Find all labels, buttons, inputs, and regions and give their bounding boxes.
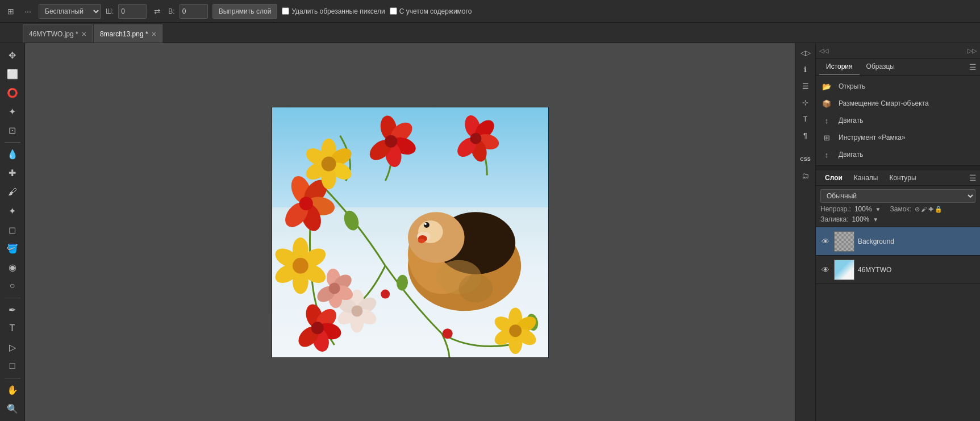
layer-background-visibility[interactable]: 👁 [820,236,831,247]
layers-tab-bar: Слои Каналы Контуры ☰ [816,170,980,186]
delete-pixels-label: Удалить обрезанные пиксели [291,7,385,15]
panel-collapse-right-btn[interactable]: ▷▷ [968,47,977,55]
history-panel-icon[interactable]: ☰ [798,78,813,93]
history-item-place-label: Размещение Смарт-объекта [839,99,929,107]
content-aware-checkbox[interactable] [390,7,397,15]
brush-tool[interactable]: 🖌 [3,183,22,201]
history-tab[interactable]: История [819,59,860,75]
more-options-icon[interactable]: ··· [22,5,34,18]
opacity-row: Непрозр.: 100% ▼ Замок: ⊘ 🖌 ✚ 🔒 [820,205,975,213]
lock-all-icon[interactable]: 🔒 [935,206,943,213]
history-item-place[interactable]: 📦 Размещение Смарт-объекта [816,95,980,112]
workspace-icon[interactable]: ⊞ [5,5,17,18]
svg-point-71 [423,222,429,228]
history-item-move1-label: Двигать [839,116,863,124]
layer-item-background[interactable]: 👁 Background [816,227,980,256]
lasso-tool[interactable]: ⭕ [3,84,22,102]
path-tool[interactable]: ▷ [3,339,22,356]
blur-tool[interactable]: ◉ [3,259,22,276]
opacity-arrow[interactable]: ▼ [875,206,881,212]
type-tool[interactable]: T [3,320,22,337]
layers-tab[interactable]: Слои [819,170,848,185]
marquee-tool[interactable]: ⬜ [3,65,22,83]
tab-46mytwo-close[interactable]: × [82,30,86,38]
blend-mode-select[interactable]: Обычный [820,189,975,203]
layers-icon[interactable]: 🗂 [798,168,813,183]
width-label: Ш: [106,7,114,15]
tool-preset-select[interactable]: Бесплатный [39,4,101,19]
mid-panel-col: ◁▷ ℹ ☰ ⊹ T ¶ CSS 🗂 [795,43,815,421]
svg-point-4 [395,274,408,291]
crop-tool[interactable]: ⊡ [3,122,22,139]
fill-value: 100% [852,215,870,223]
clone-tool[interactable]: ✦ [3,202,22,219]
fill-arrow[interactable]: ▼ [873,216,878,223]
main-area: ✥ ⬜ ⭕ ✦ ⊡ 💧 ✚ 🖌 ✦ ◻ 🪣 ◉ ○ ✒ T ▷ □ ✋ 🔍 [0,43,980,421]
tab-8march13-label: 8march13.png * [100,30,148,38]
lock-icons: ⊘ 🖌 ✚ 🔒 [915,206,943,213]
paragraph-icon[interactable]: ¶ [798,128,813,143]
move1-icon: ↕ [820,114,833,127]
lock-paint-icon[interactable]: 🖌 [921,206,927,212]
width-input[interactable] [118,4,147,19]
svg-point-58 [311,322,323,334]
hand-tool[interactable]: ✋ [3,381,22,399]
magic-wand-tool[interactable]: ✦ [3,103,22,120]
move-tool[interactable]: ✥ [3,47,22,64]
svg-point-26 [321,156,336,171]
svg-point-45 [509,324,522,337]
panel-collapse-left-icon[interactable]: ◁▷ [798,45,813,60]
svg-point-6 [381,289,390,298]
zoom-tool[interactable]: 🔍 [3,400,22,418]
history-item-open-label: Открыть [839,82,865,90]
history-panel-menu-icon[interactable]: ☰ [969,62,977,72]
frame-icon: ⊞ [820,131,833,144]
layer-46mytwo-visibility[interactable]: 👁 [820,265,831,275]
pen-tool[interactable]: ✒ [3,301,22,319]
fill-tool[interactable]: 🪣 [3,240,22,257]
tab-8march13-close[interactable]: × [152,30,156,38]
dodge-tool[interactable]: ○ [3,277,22,295]
type-icon[interactable]: T [798,111,813,126]
delete-pixels-checkbox[interactable] [282,7,289,15]
height-input[interactable] [180,4,208,19]
height-label: В: [168,7,174,15]
history-item-frame[interactable]: ⊞ Инструмент «Рамка» [816,129,980,146]
panel-collapse-left-btn[interactable]: ◁◁ [819,47,828,55]
svg-point-52 [351,305,362,316]
obrazcy-tab[interactable]: Образцы [860,59,902,75]
svg-point-77 [458,274,493,302]
toolbar-sep-2 [5,298,20,298]
svg-point-32 [385,135,397,147]
fill-row: Заливка: 100% ▼ [820,215,975,223]
content-aware-label: С учетом содержимого [399,7,472,15]
tab-8march13[interactable]: 8march13.png * × [94,24,162,43]
layers-panel-menu-icon[interactable]: ☰ [969,173,977,182]
history-tab-bar: История Образцы ☰ [816,59,980,76]
lock-position-icon[interactable]: ✚ [928,206,933,213]
info-icon[interactable]: ℹ [798,62,813,77]
paths-tab[interactable]: Контуры [883,170,921,185]
panel-top: ◁◁ ▷▷ [816,43,980,59]
eraser-tool[interactable]: ◻ [3,221,22,239]
history-item-move1[interactable]: ↕ Двигать [816,112,980,129]
layer-background-name: Background [858,237,975,245]
shape-tool[interactable]: □ [3,357,22,375]
canvas-image [272,107,549,358]
adjust-icon[interactable]: ⊹ [798,95,813,110]
css-icon[interactable]: CSS [798,152,813,166]
eyedropper-tool[interactable]: 💧 [3,145,22,163]
tab-46mytwo[interactable]: 46MYTWO.jpg * × [23,24,93,43]
channels-tab[interactable]: Каналы [848,170,884,185]
history-item-move2[interactable]: ↕ Двигать [816,146,980,163]
delete-pixels-group: Удалить обрезанные пиксели [282,7,385,15]
layer-item-46mytwo[interactable]: 👁 46MYTWO [816,256,980,284]
lock-transparent-icon[interactable]: ⊘ [915,206,920,213]
tab-46mytwo-label: 46MYTWO.jpg * [29,30,78,38]
opacity-label: Непрозр.: [820,205,851,213]
straighten-btn[interactable]: Выпрямить слой [212,4,278,19]
heal-tool[interactable]: ✚ [3,164,22,182]
history-item-open[interactable]: 📂 Открыть [816,78,980,95]
swap-icon[interactable]: ⇄ [151,5,164,18]
svg-point-19 [299,197,312,210]
